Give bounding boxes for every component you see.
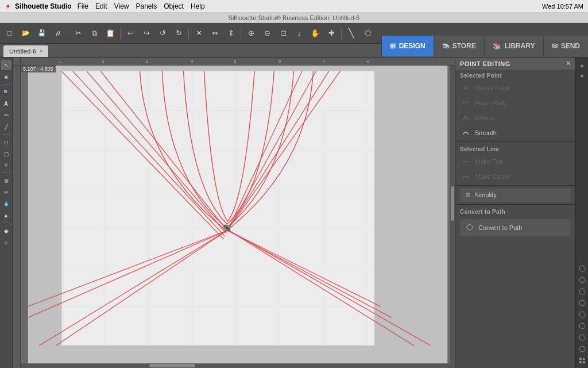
cut-btn[interactable]: ✂ — [71, 26, 86, 41]
smooth-label: Smooth — [475, 129, 497, 136]
selected-point-label: Selected Point — [455, 70, 575, 80]
canvas-area[interactable]: 5.107 · 4.805 1 2 3 4 5 6 7 8 — [13, 57, 455, 368]
far-right-circle-4[interactable] — [577, 298, 587, 308]
corner-btn[interactable]: Corner — [455, 110, 575, 125]
line-tool[interactable]: ╱ — [1, 121, 11, 132]
break-path-icon — [461, 98, 470, 108]
make-curve-btn[interactable]: Make Curve — [455, 169, 575, 184]
node-edit-tool[interactable]: ◈ — [1, 71, 11, 82]
shape-penta-btn[interactable]: ⬠ — [360, 26, 375, 41]
far-right-grid-btn[interactable] — [577, 355, 587, 366]
tool-sep1 — [2, 84, 10, 85]
far-right-btn-2[interactable]: ▼ — [577, 71, 587, 82]
break-path-btn[interactable]: Break Path — [455, 95, 575, 110]
save-btn[interactable]: 💾 — [34, 26, 49, 41]
menu-panels[interactable]: Panels — [136, 2, 157, 10]
send-label: SEND — [561, 42, 580, 50]
make-flat-icon — [461, 157, 470, 166]
close-tab-btn[interactable]: × — [40, 48, 42, 54]
zoom-in-btn[interactable]: ⊕ — [243, 26, 258, 41]
simplify-label: Simplify — [474, 191, 497, 198]
svg-point-29 — [579, 335, 585, 340]
make-flat-btn[interactable]: Make Flat — [455, 154, 575, 169]
unknown-tool2[interactable]: ○ — [1, 237, 11, 247]
far-right-circle-6[interactable] — [577, 321, 587, 331]
tool-sep2 — [2, 134, 10, 135]
convert-to-path-btn[interactable]: Convert to Path — [460, 219, 571, 236]
close-panel-btn[interactable]: ✕ — [566, 60, 571, 67]
tab-design[interactable]: ⊞ DESIGN — [381, 36, 434, 56]
zoom-fit-btn[interactable]: ⊡ — [276, 26, 291, 41]
eyedropper-tool[interactable]: 💧 — [1, 198, 11, 209]
tab-send[interactable]: ✉ SEND — [543, 36, 588, 56]
unknown-tool1[interactable]: ◆ — [1, 225, 11, 236]
redo-btn[interactable]: ↪ — [139, 26, 154, 41]
scrollbar-vertical[interactable] — [450, 66, 455, 368]
text-tool[interactable]: A — [1, 98, 11, 109]
ruler-mark-1: 1 — [59, 59, 61, 64]
make-flat-label: Make Flat — [475, 158, 502, 165]
shape-line-btn[interactable]: ╲ — [344, 26, 359, 41]
menu-file[interactable]: File — [78, 2, 88, 10]
zoom-out-btn[interactable]: ⊖ — [260, 26, 274, 41]
zoom-tool[interactable]: 🔍 — [1, 87, 11, 97]
scrollbar-horizontal[interactable] — [21, 363, 450, 368]
left-toolbox: ↖ ◈ 🔍 A ✏ ╱ □ ◻ ⌗ ⊕ ✂ 💧 ▲ ◆ ○ — [0, 57, 13, 368]
far-right-btn-1[interactable]: ▲ — [577, 60, 587, 70]
tool-sep3 — [2, 172, 10, 173]
paste-btn[interactable]: 📋 — [103, 26, 118, 41]
sep5 — [341, 28, 342, 39]
svg-point-30 — [579, 346, 585, 352]
rotate-ccw-btn[interactable]: ↺ — [155, 26, 170, 41]
rotate-cw-btn[interactable]: ↻ — [171, 26, 186, 41]
crop-tool[interactable]: ⌗ — [1, 160, 11, 170]
open-btn[interactable]: 📂 — [18, 26, 33, 41]
divider-1 — [455, 141, 575, 142]
eraser-tool[interactable]: ◻ — [1, 148, 11, 159]
tab-store[interactable]: 🛍 STORE — [434, 36, 484, 56]
far-right-circle-5[interactable] — [577, 309, 587, 320]
far-right-circle-3[interactable] — [577, 286, 587, 297]
svg-rect-33 — [579, 361, 582, 363]
right-panel: POINT EDITING ✕ Selected Point ✕ Delete … — [455, 57, 575, 368]
new-btn[interactable]: □ — [2, 26, 17, 41]
undo-btn[interactable]: ↩ — [123, 26, 138, 41]
pen-tool[interactable]: ✏ — [1, 110, 11, 120]
move-down-btn[interactable]: ↓ — [292, 26, 307, 41]
drawing-canvas[interactable] — [21, 66, 455, 368]
menu-edit[interactable]: Edit — [95, 2, 107, 10]
print-btn[interactable]: 🖨 — [51, 26, 65, 41]
delete-btn[interactable]: ✕ — [191, 26, 206, 41]
smooth-btn[interactable]: Smooth — [455, 125, 575, 140]
delete-point-btn[interactable]: ✕ Delete Point — [455, 80, 575, 95]
weld-tool[interactable]: ⊕ — [1, 175, 11, 186]
store-icon: 🛍 — [442, 42, 449, 50]
menu-view[interactable]: View — [114, 2, 129, 10]
send-icon: ✉ — [552, 42, 558, 50]
far-right-circle-1[interactable] — [577, 263, 587, 274]
far-right-circle-8[interactable] — [577, 344, 587, 354]
mirror-h-btn[interactable]: ⇔ — [207, 26, 222, 41]
ruler-mark-5: 5 — [234, 59, 236, 64]
svg-point-23 — [579, 266, 585, 271]
far-right-circle-7[interactable] — [577, 332, 587, 343]
menu-help[interactable]: Help — [191, 2, 205, 10]
copy-btn[interactable]: ⧉ — [87, 26, 102, 41]
pointer-tool[interactable]: ↖ — [1, 60, 11, 70]
tab-library[interactable]: 📚 LIBRARY — [484, 36, 543, 56]
simplify-btn[interactable]: S Simplify — [460, 188, 571, 202]
document-tab[interactable]: Untitled-6 × — [3, 45, 48, 57]
far-right-circle-2[interactable] — [577, 275, 587, 285]
scrollbar-thumb-h[interactable] — [149, 364, 195, 367]
ruler-left — [13, 66, 21, 368]
knife-tool[interactable]: ✂ — [1, 187, 11, 197]
library-icon: 📚 — [493, 42, 501, 50]
scrollbar-thumb-v[interactable] — [451, 186, 454, 221]
fill-tool[interactable]: ▲ — [1, 210, 11, 220]
menu-object[interactable]: Object — [164, 2, 184, 10]
pan-btn[interactable]: ✋ — [308, 26, 323, 41]
add-btn[interactable]: ✚ — [324, 26, 339, 41]
mirror-v-btn[interactable]: ⇕ — [223, 26, 238, 41]
svg-marker-22 — [467, 224, 473, 230]
shape-tool[interactable]: □ — [1, 137, 11, 147]
